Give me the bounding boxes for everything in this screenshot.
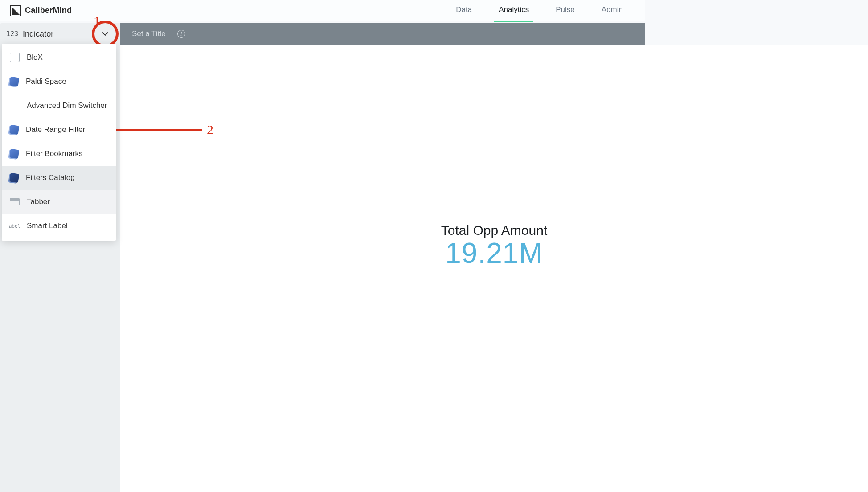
annotation-step-1: 1: [94, 13, 100, 29]
label-icon: abel: [10, 221, 20, 231]
dropdown-item-label: Advanced Dim Switcher: [27, 101, 108, 110]
dropdown-item-label: Filter Bookmarks: [26, 149, 108, 158]
blox-icon: [10, 53, 20, 62]
kpi-value: 19.21M: [441, 239, 547, 267]
dropdown-item-tabber[interactable]: Tabber: [2, 190, 116, 214]
widget-title-bar: Set a Title i: [120, 23, 645, 45]
set-title-placeholder[interactable]: Set a Title: [132, 29, 166, 38]
nav-analytics[interactable]: Analytics: [499, 0, 529, 21]
dropdown-item-label: Smart Label: [27, 221, 108, 230]
tabber-icon: [10, 198, 20, 205]
brand: CaliberMind: [10, 5, 72, 16]
dropdown-item-label: BloX: [27, 53, 108, 62]
brand-logo-icon: [10, 5, 21, 16]
dropdown-item-label: Filters Catalog: [26, 173, 108, 182]
widget-icon: [9, 149, 20, 159]
info-icon[interactable]: i: [177, 30, 185, 38]
dropdown-item-filter-bookmarks[interactable]: Filter Bookmarks: [2, 142, 116, 166]
kpi-title: Total Opp Amount: [441, 223, 547, 238]
spacer-icon: [10, 101, 20, 111]
dropdown-item-date-range-filter[interactable]: Date Range Filter: [2, 118, 116, 142]
nav-data[interactable]: Data: [456, 0, 472, 21]
indicator-prefix-icon: 123: [6, 30, 18, 38]
chevron-down-icon: [102, 30, 108, 38]
annotation-step-2: 2: [207, 122, 213, 137]
dropdown-item-label: Paldi Space: [26, 77, 108, 86]
top-nav: Data Analytics Pulse Admin: [456, 0, 632, 21]
widget-icon: [9, 173, 20, 183]
dropdown-item-filters-catalog[interactable]: Filters Catalog: [2, 166, 116, 190]
widget-type-selector[interactable]: 123 Indicator: [0, 23, 120, 45]
widget-icon: [9, 125, 20, 135]
dropdown-item-paldi-space[interactable]: Paldi Space: [2, 70, 116, 94]
widget-canvas: Total Opp Amount 19.21M: [120, 45, 645, 365]
nav-admin[interactable]: Admin: [602, 0, 623, 21]
nav-pulse[interactable]: Pulse: [556, 0, 575, 21]
dropdown-item-blox[interactable]: BloX: [2, 45, 116, 70]
widget-type-dropdown: BloX Paldi Space Advanced Dim Switcher D…: [2, 44, 116, 241]
dropdown-item-smart-label[interactable]: abel Smart Label: [2, 214, 116, 238]
dropdown-item-label: Date Range Filter: [26, 125, 108, 134]
widget-type-label: Indicator: [23, 29, 92, 39]
widget-icon: [9, 77, 20, 87]
dropdown-item-label: Tabber: [27, 197, 108, 206]
brand-name: CaliberMind: [25, 6, 72, 15]
dropdown-item-advanced-dim-switcher[interactable]: Advanced Dim Switcher: [2, 94, 116, 118]
indicator-kpi: Total Opp Amount 19.21M: [441, 223, 547, 267]
